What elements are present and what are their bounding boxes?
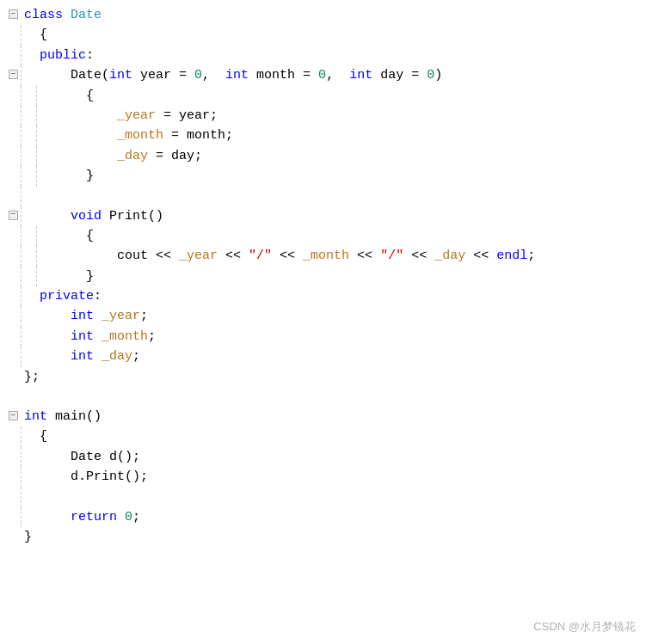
indent-vline xyxy=(21,267,22,286)
token: { xyxy=(55,229,94,243)
token: _day xyxy=(117,149,148,163)
token: { xyxy=(40,28,47,42)
token: "/" xyxy=(249,248,272,263)
indent-vline xyxy=(21,166,22,186)
fold-gutter xyxy=(5,267,21,286)
code-line: } xyxy=(5,267,646,286)
fold-button[interactable]: − xyxy=(9,211,18,220)
code-line: } xyxy=(5,527,646,547)
code-line: cout << _year << "/" << _month << "/" <<… xyxy=(5,246,646,266)
indent-vline xyxy=(21,146,22,166)
fold-button[interactable]: − xyxy=(9,9,18,19)
token: : xyxy=(86,48,94,63)
token: int xyxy=(225,68,249,83)
indent-vline xyxy=(36,226,37,246)
fold-gutter[interactable]: − xyxy=(5,5,21,25)
code-line: − void Print() xyxy=(5,206,646,226)
token: Date xyxy=(71,8,102,22)
fold-gutter xyxy=(5,306,21,326)
fold-gutter xyxy=(5,246,21,266)
indent-vline xyxy=(21,488,22,507)
indent-vline xyxy=(21,126,22,145)
token: }; xyxy=(24,370,40,384)
code-line: return 0; xyxy=(5,507,646,527)
token: = day; xyxy=(148,149,202,163)
token: Date d(); xyxy=(40,450,140,464)
line-code: _month = month; xyxy=(52,126,646,145)
code-line: − Date(int year = 0, int month = 0, int … xyxy=(5,65,646,85)
fold-gutter xyxy=(5,327,21,347)
indent-vline xyxy=(21,206,22,226)
token: : xyxy=(94,289,102,304)
token xyxy=(55,108,117,123)
code-line: int _month; xyxy=(5,327,646,347)
line-code: int _day; xyxy=(36,347,646,366)
token: int xyxy=(349,68,372,83)
token: _year xyxy=(102,309,140,323)
token: int xyxy=(71,349,94,364)
token xyxy=(40,329,71,344)
token: = year; xyxy=(156,108,218,123)
token: { xyxy=(55,89,94,103)
token xyxy=(94,329,102,344)
token: _month xyxy=(117,128,163,143)
token: return xyxy=(71,510,117,524)
line-code: Date d(); xyxy=(36,447,646,467)
code-line: int _year; xyxy=(5,306,646,326)
token: << xyxy=(403,248,434,263)
indent-vline xyxy=(21,507,22,527)
token xyxy=(40,209,71,224)
line-code: { xyxy=(36,426,646,446)
token xyxy=(40,309,71,323)
line-code: _year = year; xyxy=(52,106,646,126)
line-code: public: xyxy=(36,46,646,65)
line-code xyxy=(36,187,646,206)
indent-vline xyxy=(36,246,37,266)
line-code: d.Print(); xyxy=(36,467,646,487)
indent-vline xyxy=(21,187,22,206)
indent-vline xyxy=(36,267,37,286)
token: int xyxy=(71,329,94,344)
indent-vline xyxy=(21,347,22,366)
code-line xyxy=(5,387,646,407)
token xyxy=(55,149,117,163)
indent-vline xyxy=(36,146,37,166)
indent-vline xyxy=(21,306,22,326)
line-code: } xyxy=(52,166,646,186)
fold-gutter xyxy=(5,488,21,507)
token: day = xyxy=(372,68,427,83)
token: public xyxy=(40,48,86,63)
token: { xyxy=(40,429,47,444)
token: _day xyxy=(434,248,465,263)
fold-gutter xyxy=(5,367,21,387)
fold-button[interactable]: − xyxy=(9,70,18,79)
indent-vline xyxy=(21,106,22,126)
token: _day xyxy=(102,349,132,364)
token: _month xyxy=(303,248,349,263)
token: d.Print(); xyxy=(40,469,148,484)
line-code xyxy=(36,488,646,507)
indent-vline xyxy=(21,467,22,487)
code-line xyxy=(5,187,646,206)
token: Print() xyxy=(102,209,163,224)
token: , xyxy=(202,68,225,83)
line-code: Date(int year = 0, int month = 0, int da… xyxy=(36,65,646,85)
fold-gutter[interactable]: − xyxy=(5,407,21,426)
fold-gutter xyxy=(5,86,21,106)
fold-button[interactable]: − xyxy=(9,411,18,420)
code-line: _year = year; xyxy=(5,106,646,126)
code-line: _month = month; xyxy=(5,126,646,145)
fold-gutter[interactable]: − xyxy=(5,206,21,226)
line-code: { xyxy=(36,25,646,45)
line-code: class Date xyxy=(21,5,646,25)
fold-gutter[interactable]: − xyxy=(5,65,21,85)
indent-vline xyxy=(36,166,37,186)
token: private xyxy=(40,289,94,304)
line-code: _day = day; xyxy=(52,146,646,166)
token: } xyxy=(24,530,32,544)
code-line: { xyxy=(5,86,646,106)
indent-vline xyxy=(21,86,22,106)
line-code: int _year; xyxy=(36,306,646,326)
token: main() xyxy=(47,409,102,424)
token: _month xyxy=(102,329,148,344)
